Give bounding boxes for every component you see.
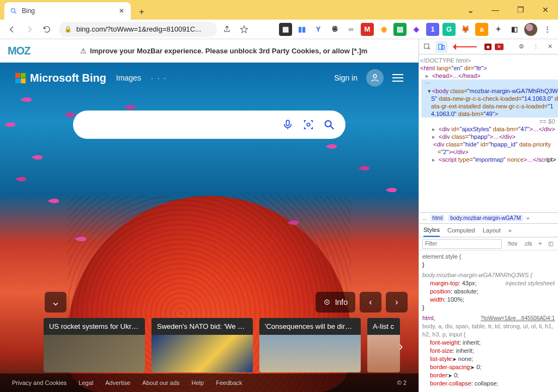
ext-puzzle[interactable]: ✦ — [492, 23, 505, 36]
styles-filter-input[interactable] — [422, 239, 502, 249]
dom-breadcrumbs[interactable]: ... html body.mozbar-margin-wGA7M » — [419, 212, 558, 223]
window-close-button[interactable]: ✕ — [533, 0, 558, 20]
news-card[interactable]: 'Consequences will be dire'... — [259, 318, 361, 372]
svg-point-5 — [325, 121, 331, 127]
next-image-button[interactable]: › — [386, 292, 408, 313]
ext-metamask[interactable]: 🦊 — [459, 23, 472, 36]
tab-title: Bing — [22, 7, 113, 15]
ext-spiral[interactable]: ֎ — [328, 23, 341, 36]
hamburger-menu-icon[interactable] — [392, 74, 403, 82]
ext-panel[interactable]: ◧ — [508, 23, 521, 36]
cls-toggle[interactable]: .cls — [522, 241, 533, 247]
back-button[interactable] — [4, 22, 20, 37]
profile-avatar[interactable] — [524, 23, 537, 36]
tab-more[interactable]: » — [508, 227, 512, 234]
footer-link[interactable]: Feedback — [216, 379, 242, 386]
device-toggle-icon[interactable] — [435, 41, 447, 53]
footer-link[interactable]: Help — [192, 379, 204, 386]
search-bar[interactable] — [73, 111, 345, 139]
error-badge[interactable]: ◙ — [484, 44, 492, 50]
news-card[interactable]: US rocket systems for Ukra... — [44, 318, 145, 372]
forward-button[interactable] — [22, 22, 37, 37]
nav-images[interactable]: Images — [116, 74, 141, 82]
inspect-tool-icon[interactable] — [421, 41, 433, 53]
bookmark-button[interactable] — [236, 22, 252, 37]
bing-logo[interactable]: Microsoft Bing — [15, 72, 106, 84]
dom-tree[interactable]: <!DOCTYPE html> <html lang="en" dir="ltr… — [419, 54, 558, 212]
ext-amazon[interactable]: a — [475, 23, 488, 36]
search-icon[interactable] — [323, 118, 336, 131]
share-button[interactable] — [219, 22, 234, 37]
ext-dark[interactable]: ▦ — [279, 23, 292, 36]
nav-more[interactable]: · · · — [151, 74, 167, 82]
minimize-button[interactable]: — — [483, 0, 508, 20]
expand-news-button[interactable] — [45, 292, 66, 313]
url-field[interactable]: 🔒 bing.com/?toWww=1&redig=810091C... — [59, 22, 217, 37]
ext-green[interactable]: ▤ — [393, 23, 407, 36]
tab-strip: Bing ✕ + ⌄ — ❐ ✕ — [0, 0, 558, 20]
news-title: US rocket systems for Ukra... — [44, 318, 145, 335]
ext-gmail[interactable]: M — [361, 23, 374, 36]
image-info-button[interactable]: Info — [316, 292, 355, 313]
mic-icon[interactable] — [281, 118, 294, 131]
devtools-close-icon[interactable]: ✕ — [544, 41, 556, 53]
svg-point-8 — [326, 302, 327, 303]
ext-vivaldi[interactable]: Y — [312, 23, 325, 36]
ext-purple[interactable]: ◆ — [410, 23, 423, 36]
news-thumbnail — [259, 335, 361, 372]
browser-tab[interactable]: Bing ✕ — [4, 2, 131, 20]
chrome-menu-icon[interactable]: ⋮ — [541, 23, 554, 36]
account-icon[interactable] — [366, 69, 384, 87]
news-card[interactable]: Sweden's NATO bid: 'We ar... — [151, 318, 253, 372]
issue-badge[interactable]: ✕ — [495, 44, 504, 50]
ext-grammarly[interactable]: G — [442, 23, 456, 36]
svg-line-6 — [331, 126, 334, 130]
tab-styles[interactable]: Styles — [423, 224, 440, 237]
news-next-icon[interactable]: › — [399, 340, 415, 356]
new-tab-button[interactable]: + — [134, 4, 149, 20]
footer-link[interactable]: Advertise — [105, 379, 130, 386]
news-title: A-list c — [367, 318, 400, 335]
new-rule-button[interactable]: + — [537, 241, 543, 247]
news-thumbnail — [44, 335, 145, 372]
footer-link[interactable]: Legal — [78, 379, 93, 386]
devtools-panel: ◙ ✕ ⚙ ⋮ ✕ <!DOCTYPE html> <html lang="en… — [418, 39, 558, 392]
ext-one[interactable]: 1 — [426, 23, 439, 36]
reload-button[interactable] — [39, 22, 54, 37]
microsoft-tiles-icon — [15, 73, 26, 83]
styles-pane[interactable]: element.style { } body.mozbar-margin-wGA… — [419, 250, 558, 392]
tab-search-button[interactable]: ⌄ — [458, 0, 483, 20]
news-title: 'Consequences will be dire'... — [259, 318, 361, 335]
hov-toggle[interactable]: :hov — [505, 241, 519, 247]
selected-dom-node[interactable]: ⋯ ▾<body class="mozbar-margin-wGA7MhRhQ3… — [421, 79, 558, 118]
mozbar-message: Improve your MozBar experience. Please u… — [90, 47, 367, 55]
svg-rect-3 — [286, 120, 289, 126]
footer-link[interactable]: Privacy and Cookies — [12, 379, 66, 386]
styles-tabs: Styles Computed Layout » — [419, 223, 558, 237]
lock-icon: 🔒 — [64, 26, 72, 33]
prev-image-button[interactable]: ‹ — [360, 292, 381, 313]
lens-icon[interactable] — [302, 118, 315, 131]
devtools-menu-icon[interactable]: ⋮ — [530, 41, 542, 53]
close-icon[interactable]: ✕ — [118, 7, 125, 15]
ext-link[interactable]: ∞ — [344, 23, 357, 36]
mozbar: MOZ ⚠ Improve your MozBar experience. Pl… — [0, 39, 418, 63]
panel-toggle-icon[interactable]: ◫ — [547, 241, 555, 247]
news-title: Sweden's NATO bid: 'We ar... — [151, 318, 253, 335]
tab-layout[interactable]: Layout — [483, 227, 501, 234]
ext-blue[interactable]: ▮▮ — [295, 23, 308, 36]
footer-link[interactable]: About our ads — [142, 379, 180, 386]
svg-line-1 — [15, 12, 16, 14]
ext-rainbow[interactable]: ◉ — [377, 23, 390, 36]
maximize-button[interactable]: ❐ — [508, 0, 533, 20]
bing-footer: Privacy and CookiesLegalAdvertiseAbout o… — [0, 373, 418, 392]
sign-in-link[interactable]: Sign in — [334, 74, 357, 82]
svg-point-0 — [11, 9, 15, 13]
address-bar: 🔒 bing.com/?toWww=1&redig=810091C... ▦▮▮… — [0, 20, 558, 39]
url-text: bing.com/?toWww=1&redig=810091C... — [76, 25, 201, 33]
bing-favicon — [10, 7, 17, 15]
svg-point-2 — [373, 75, 377, 78]
settings-icon[interactable]: ⚙ — [515, 41, 527, 53]
tab-computed[interactable]: Computed — [447, 227, 475, 234]
news-card[interactable]: A-list c — [367, 318, 400, 372]
